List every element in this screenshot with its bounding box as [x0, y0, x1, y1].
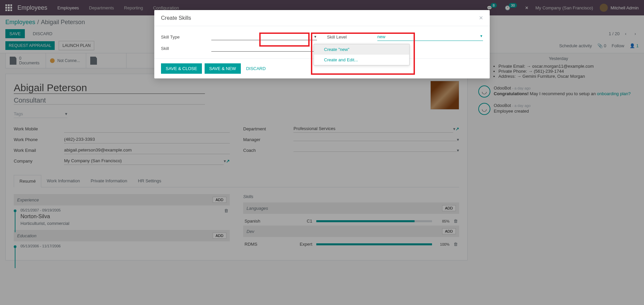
discard-modal-button[interactable]: DISCARD	[246, 66, 266, 71]
save-new-button[interactable]: SAVE & NEW	[205, 63, 241, 74]
caret-down-icon: ▼	[480, 34, 483, 39]
dropdown-create-edit[interactable]: Create and Edit...	[314, 55, 409, 65]
skill-level-label: Skill Level	[327, 35, 377, 40]
skill-level-dropdown: Create "new" Create and Edit...	[314, 44, 410, 65]
dropdown-create-new[interactable]: Create "new"	[314, 44, 409, 55]
modal-title: Create Skills	[161, 15, 191, 21]
skill-type-input[interactable]: ▼	[211, 34, 317, 40]
skill-level-input[interactable]: new▼	[377, 33, 483, 41]
close-icon[interactable]: ×	[479, 14, 483, 22]
skill-input[interactable]: ▼	[211, 45, 317, 52]
caret-down-icon: ▼	[314, 35, 317, 39]
skill-label: Skill	[161, 46, 211, 51]
skill-type-label: Skill Type	[161, 35, 211, 40]
save-close-button[interactable]: SAVE & CLOSE	[161, 63, 202, 74]
